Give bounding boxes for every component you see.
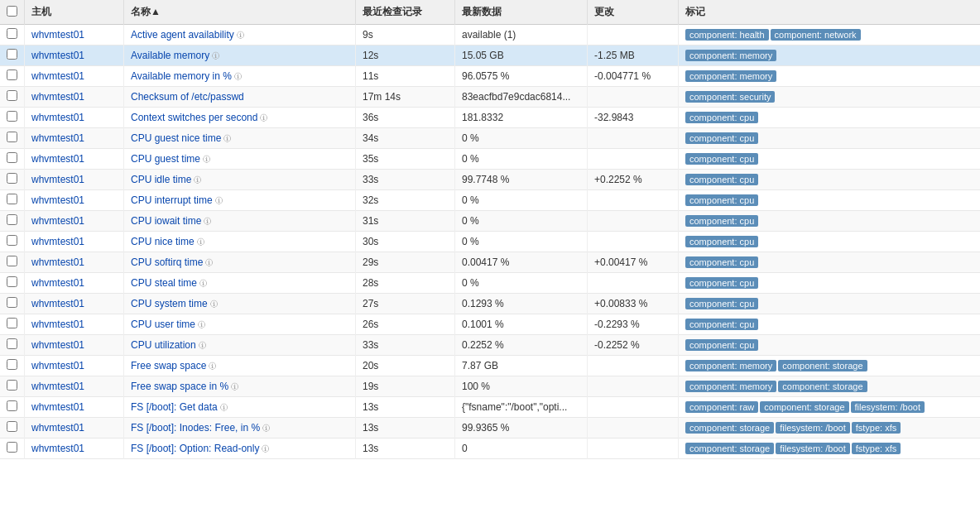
item-name-link[interactable]: CPU utilization — [131, 339, 196, 351]
info-icon[interactable]: 🛈 — [203, 155, 211, 164]
info-icon[interactable]: 🛈 — [262, 444, 270, 453]
tag-badge[interactable]: component: health — [685, 29, 769, 41]
row-checkbox[interactable] — [7, 152, 17, 163]
tag-badge[interactable]: filesystem: /boot — [851, 401, 925, 413]
item-name-link[interactable]: CPU steal time — [131, 277, 197, 289]
host-link[interactable]: whvmtest01 — [31, 339, 84, 351]
tag-badge[interactable]: component: memory — [685, 70, 776, 82]
tag-badge[interactable]: filesystem: /boot — [776, 422, 849, 434]
host-link[interactable]: whvmtest01 — [31, 401, 84, 413]
tag-badge[interactable]: component: cpu — [685, 112, 758, 123]
tag-badge[interactable]: component: storage — [685, 443, 774, 454]
info-icon[interactable]: 🛈 — [210, 300, 219, 309]
tag-badge[interactable]: component: cpu — [685, 236, 758, 247]
host-link[interactable]: whvmtest01 — [31, 360, 84, 371]
tag-badge[interactable]: fstype: xfs — [852, 443, 901, 454]
tag-badge[interactable]: component: network — [771, 29, 861, 41]
item-name-link[interactable]: FS [/boot]: Option: Read-only — [131, 443, 259, 454]
select-all-checkbox[interactable] — [7, 6, 17, 17]
row-checkbox[interactable] — [7, 297, 17, 308]
info-icon[interactable]: 🛈 — [220, 403, 228, 412]
item-name-link[interactable]: CPU guest time — [131, 153, 200, 165]
item-name-link[interactable]: CPU idle time — [131, 174, 191, 185]
row-checkbox[interactable] — [7, 111, 17, 122]
row-checkbox[interactable] — [7, 214, 17, 225]
tag-badge[interactable]: fstype: xfs — [852, 422, 901, 434]
row-checkbox[interactable] — [7, 442, 17, 453]
tag-badge[interactable]: component: storage — [778, 360, 867, 371]
row-checkbox[interactable] — [7, 276, 17, 287]
host-link[interactable]: whvmtest01 — [31, 153, 84, 165]
item-name-link[interactable]: CPU guest nice time — [131, 132, 221, 144]
row-checkbox[interactable] — [7, 318, 17, 328]
host-link[interactable]: whvmtest01 — [31, 70, 84, 82]
info-icon[interactable]: 🛈 — [231, 382, 239, 391]
row-checkbox[interactable] — [7, 90, 17, 101]
item-name-link[interactable]: FS [/boot]: Inodes: Free, in % — [131, 422, 260, 434]
header-name[interactable]: 名称▲ — [124, 0, 356, 25]
info-icon[interactable]: 🛈 — [237, 31, 245, 40]
info-icon[interactable]: 🛈 — [223, 134, 232, 143]
host-link[interactable]: whvmtest01 — [31, 422, 84, 434]
info-icon[interactable]: 🛈 — [212, 51, 220, 60]
row-checkbox[interactable] — [7, 132, 17, 142]
item-name-link[interactable]: CPU user time — [131, 319, 195, 330]
info-icon[interactable]: 🛈 — [197, 237, 205, 247]
info-icon[interactable]: 🛈 — [260, 113, 268, 122]
tag-badge[interactable]: component: storage — [685, 422, 774, 434]
row-checkbox[interactable] — [7, 49, 17, 60]
host-link[interactable]: whvmtest01 — [31, 319, 84, 330]
info-icon[interactable]: 🛈 — [194, 175, 202, 185]
item-name-link[interactable]: Active agent availability — [131, 29, 234, 41]
info-icon[interactable]: 🛈 — [262, 424, 271, 433]
tag-badge[interactable]: component: cpu — [685, 319, 758, 330]
info-icon[interactable]: 🛈 — [199, 279, 208, 288]
host-link[interactable]: whvmtest01 — [31, 29, 84, 41]
header-checkbox[interactable] — [0, 0, 25, 25]
info-icon[interactable]: 🛈 — [198, 320, 206, 329]
host-link[interactable]: whvmtest01 — [31, 256, 84, 268]
host-link[interactable]: whvmtest01 — [31, 381, 84, 392]
item-name-link[interactable]: FS [/boot]: Get data — [131, 401, 218, 413]
row-checkbox[interactable] — [7, 359, 17, 370]
header-change[interactable]: 更改 — [588, 0, 679, 25]
tag-badge[interactable]: component: cpu — [685, 256, 758, 268]
item-name-link[interactable]: CPU iowait time — [131, 215, 201, 227]
tag-badge[interactable]: component: memory — [685, 381, 776, 392]
item-name-link[interactable]: CPU system time — [131, 298, 208, 309]
tag-badge[interactable]: component: storage — [760, 401, 848, 413]
host-link[interactable]: whvmtest01 — [31, 194, 84, 206]
header-lastcheck[interactable]: 最近检查记录 — [356, 0, 455, 25]
tag-badge[interactable]: component: cpu — [685, 277, 758, 289]
row-checkbox[interactable] — [7, 194, 17, 204]
row-checkbox[interactable] — [7, 256, 17, 266]
host-link[interactable]: whvmtest01 — [31, 174, 84, 185]
host-link[interactable]: whvmtest01 — [31, 298, 84, 309]
tag-badge[interactable]: component: cpu — [685, 174, 758, 185]
info-icon[interactable]: 🛈 — [199, 341, 207, 350]
item-name-link[interactable]: Available memory in % — [131, 70, 232, 82]
row-checkbox[interactable] — [7, 421, 17, 432]
item-name-link[interactable]: CPU softirq time — [131, 256, 203, 268]
info-icon[interactable]: 🛈 — [204, 217, 212, 226]
row-checkbox[interactable] — [7, 28, 17, 39]
host-link[interactable]: whvmtest01 — [31, 215, 84, 227]
item-name-link[interactable]: Checksum of /etc/passwd — [131, 91, 244, 103]
tag-badge[interactable]: component: cpu — [685, 339, 758, 351]
host-link[interactable]: whvmtest01 — [31, 443, 84, 454]
tag-badge[interactable]: component: cpu — [685, 132, 758, 144]
tag-badge[interactable]: filesystem: /boot — [776, 443, 849, 454]
item-name-link[interactable]: Context switches per second — [131, 112, 257, 123]
item-name-link[interactable]: Free swap space — [131, 360, 206, 371]
row-checkbox[interactable] — [7, 338, 17, 349]
header-lastdata[interactable]: 最新数据 — [455, 0, 588, 25]
host-link[interactable]: whvmtest01 — [31, 91, 84, 103]
row-checkbox[interactable] — [7, 380, 17, 391]
info-icon[interactable]: 🛈 — [205, 258, 214, 267]
tag-badge[interactable]: component: storage — [778, 381, 867, 392]
host-link[interactable]: whvmtest01 — [31, 50, 84, 61]
host-link[interactable]: whvmtest01 — [31, 112, 84, 123]
tag-badge[interactable]: component: raw — [685, 401, 758, 413]
header-host[interactable]: 主机 — [25, 0, 124, 25]
item-name-link[interactable]: Free swap space in % — [131, 381, 228, 392]
